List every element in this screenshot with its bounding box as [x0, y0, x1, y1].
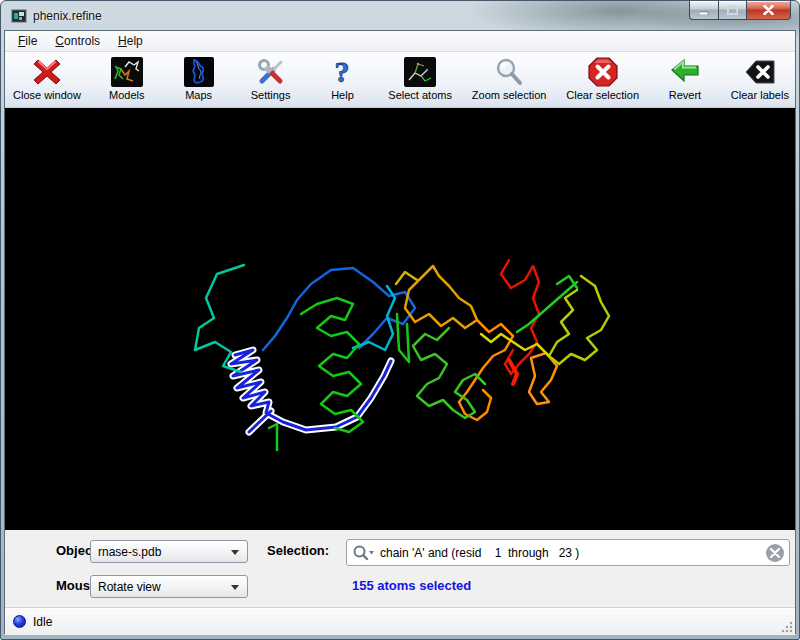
phenix-refine-window: phenix.refine File Controls Help: [0, 0, 800, 640]
menu-file[interactable]: File: [9, 32, 46, 50]
minimize-icon: [699, 6, 709, 15]
models-tool[interactable]: Models: [101, 55, 153, 101]
window-title: phenix.refine: [33, 9, 102, 23]
revert-tool[interactable]: Revert: [659, 55, 711, 101]
maps-tool[interactable]: Maps: [173, 55, 225, 101]
zoom-selection-tool[interactable]: Zoom selection: [472, 55, 547, 101]
molecule-viewport[interactable]: [5, 108, 795, 530]
red-x-icon: [32, 55, 62, 88]
mouse-dropdown-value: Rotate view: [98, 580, 161, 594]
chevron-down-icon: [231, 585, 239, 590]
help-tool[interactable]: ? Help: [316, 55, 368, 101]
chevron-down-icon: [231, 550, 239, 555]
tool-label: Close window: [13, 89, 81, 101]
app-icon[interactable]: [11, 8, 27, 24]
menu-controls[interactable]: Controls: [46, 32, 109, 50]
status-indicator-icon: [13, 615, 26, 628]
object-dropdown-value: rnase-s.pdb: [98, 545, 161, 559]
question-mark-icon: ?: [329, 55, 355, 88]
menu-help[interactable]: Help: [109, 32, 152, 50]
molecule-trace: [5, 108, 797, 530]
selection-label: Selection:: [267, 543, 329, 558]
clear-search-icon[interactable]: [766, 544, 784, 562]
status-bar: Idle: [5, 607, 795, 635]
clear-selection-tool[interactable]: Clear selection: [566, 55, 639, 101]
resize-grip[interactable]: [780, 620, 793, 633]
title-bar[interactable]: phenix.refine: [1, 1, 799, 31]
map-mesh-thumbnail-icon: [184, 55, 214, 88]
object-dropdown[interactable]: rnase-s.pdb: [90, 540, 248, 563]
settings-tool[interactable]: Settings: [245, 55, 297, 101]
tool-label: Settings: [251, 89, 291, 101]
clear-labels-tool[interactable]: Clear labels: [731, 55, 789, 101]
mouse-dropdown[interactable]: Rotate view: [90, 575, 248, 598]
close-button[interactable]: [746, 1, 791, 20]
magnifier-icon: [494, 55, 524, 88]
select-atoms-tool[interactable]: Select atoms: [388, 55, 452, 101]
selection-searchfield: [346, 539, 790, 566]
tool-label: Zoom selection: [472, 89, 547, 101]
red-octagon-x-icon: [588, 55, 618, 88]
tool-label: Help: [331, 89, 354, 101]
model-thumbnail-icon: [111, 55, 143, 88]
tool-label: Select atoms: [388, 89, 452, 101]
tool-label: Revert: [669, 89, 701, 101]
toolbar: Close window Models: [5, 52, 795, 108]
tool-label: Maps: [185, 89, 212, 101]
close-window-tool[interactable]: Close window: [13, 55, 81, 101]
svg-text:?: ?: [335, 57, 350, 87]
maximize-button[interactable]: [718, 1, 746, 20]
status-text: Idle: [33, 615, 52, 629]
minimize-button[interactable]: [689, 1, 718, 20]
close-icon: [763, 5, 774, 15]
tool-label: Models: [109, 89, 144, 101]
client-area: File Controls Help Close window: [5, 31, 795, 633]
control-panel: Object: rnase-s.pdb Selection:: [5, 530, 795, 607]
crossed-tools-icon: [256, 55, 286, 88]
menu-bar: File Controls Help: [5, 31, 795, 52]
window-controls: [689, 1, 791, 20]
atoms-thumbnail-icon: [404, 55, 436, 88]
tool-label: Clear labels: [731, 89, 789, 101]
search-icon[interactable]: [353, 545, 375, 561]
selection-input[interactable]: [380, 546, 761, 560]
atoms-selected-count: 155 atoms selected: [352, 578, 471, 593]
green-back-arrow-icon: [669, 55, 701, 88]
black-tag-x-icon: [744, 55, 776, 88]
maximize-icon: [727, 5, 738, 15]
tool-label: Clear selection: [566, 89, 639, 101]
